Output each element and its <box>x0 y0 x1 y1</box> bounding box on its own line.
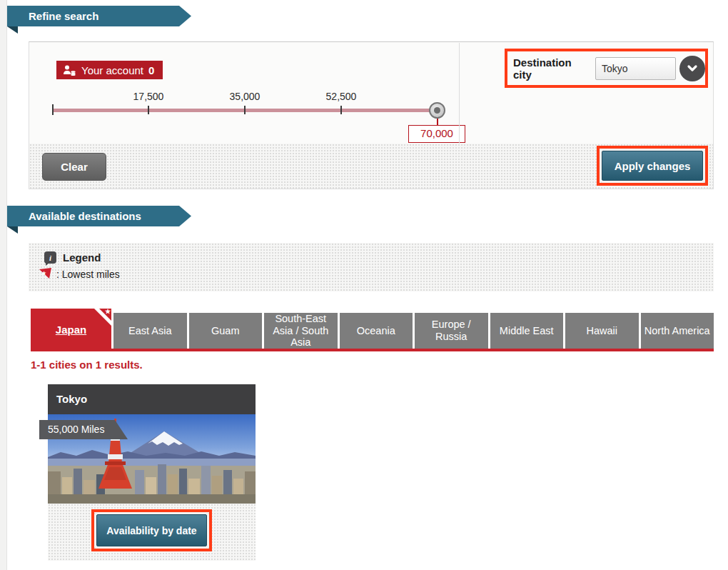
refine-search-panel: Your account 0 17,500 35,000 52,500 70,0… <box>29 41 714 189</box>
slider-tick-2 <box>244 106 246 114</box>
tab-north-america[interactable]: North America <box>641 313 714 349</box>
tab-oceania-label: Oceania <box>357 325 395 337</box>
miles-slider-handle[interactable] <box>429 102 445 119</box>
destination-city-input[interactable] <box>595 57 676 80</box>
destination-city-label: Destination city <box>513 56 587 81</box>
lowest-miles-flag-icon: ★ <box>39 268 52 280</box>
tab-east-asia[interactable]: East Asia <box>113 313 187 349</box>
slider-tick-label-2: 35,000 <box>223 91 266 102</box>
tab-guam-label: Guam <box>211 325 240 337</box>
tab-east-asia-label: East Asia <box>128 325 171 337</box>
your-account-count: 0 <box>148 64 154 76</box>
apply-changes-highlight-box: Apply changes <box>597 146 708 186</box>
legend-lowest-row: ★ : Lowest miles <box>39 268 120 280</box>
clear-button[interactable]: Clear <box>42 153 106 181</box>
tab-japan[interactable]: Japan ★ <box>31 309 111 351</box>
tab-hawaii[interactable]: Hawaii <box>565 313 639 349</box>
tab-guam[interactable]: Guam <box>189 313 263 349</box>
your-account-button[interactable]: Your account 0 <box>56 61 163 79</box>
destination-dropdown-button[interactable] <box>679 56 705 81</box>
ribbon-fold-decoration <box>7 26 18 34</box>
available-destinations-header: Available destinations <box>7 206 191 226</box>
tab-oceania[interactable]: Oceania <box>340 313 413 349</box>
slider-tick-label-1: 17,500 <box>127 91 170 102</box>
lowest-miles-star-icon: ★ <box>105 308 111 315</box>
tab-middle-east-label: Middle East <box>500 325 554 337</box>
miles-slider-track[interactable] <box>53 109 438 112</box>
tab-north-america-label: North America <box>644 325 710 337</box>
tab-europe-russia-label: Europe / Russia <box>416 319 487 342</box>
tab-japan-label: Japan <box>56 324 86 336</box>
page-left-gutter <box>0 0 7 570</box>
refine-search-title: Refine search <box>29 10 98 22</box>
refine-search-header: Refine search <box>7 6 191 26</box>
account-person-coins-icon <box>63 65 76 76</box>
refine-actions-bar: Clear Apply changes <box>29 144 713 189</box>
results-summary: 1-1 cities on 1 results. <box>31 359 143 371</box>
panel-divider <box>459 43 460 144</box>
legend-box: i Legend ★ : Lowest miles <box>29 243 714 291</box>
tab-middle-east[interactable]: Middle East <box>490 313 564 349</box>
legend-title-row: i Legend <box>44 251 101 264</box>
tab-hawaii-label: Hawaii <box>586 325 617 337</box>
your-account-label: Your account <box>81 64 143 76</box>
card-city-title: Tokyo <box>48 384 256 414</box>
region-tabs: Japan ★ East Asia Guam South-East Asia /… <box>31 309 714 351</box>
apply-changes-button[interactable]: Apply changes <box>602 151 703 181</box>
slider-value-box: 70,000 <box>408 125 465 143</box>
availability-highlight-box: Availability by date <box>91 509 212 551</box>
tab-south-east-asia-label: South-East Asia / South Asia <box>266 313 336 349</box>
legend-title: Legend <box>63 251 101 264</box>
miles-ribbon: 55,000 Miles <box>39 420 128 439</box>
tab-europe-russia[interactable]: Europe / Russia <box>415 313 488 349</box>
tabs-underline <box>31 349 714 351</box>
tokyo-city-photo: 55,000 Miles <box>48 414 256 504</box>
slider-end-tick <box>52 104 54 115</box>
available-destinations-title: Available destinations <box>29 210 141 222</box>
card-footer: Availability by date <box>48 504 256 561</box>
slider-tick-label-3: 52,500 <box>320 91 363 102</box>
legend-lowest-label: : Lowest miles <box>56 269 120 280</box>
slider-tick-3 <box>340 106 342 114</box>
slider-tick-1 <box>148 106 149 114</box>
ribbon-fold-decoration <box>7 226 18 234</box>
info-icon: i <box>44 251 56 264</box>
award-search-page: Refine search Your account 0 17,500 35,0… <box>0 0 728 570</box>
chevron-down-icon <box>687 64 698 73</box>
destination-card-tokyo: Tokyo 55,000 Miles <box>48 384 256 561</box>
svg-text:★: ★ <box>41 270 46 276</box>
destination-city-highlight-box: Destination city <box>505 49 708 88</box>
availability-by-date-button[interactable]: Availability by date <box>96 514 207 546</box>
tab-south-east-asia[interactable]: South-East Asia / South Asia <box>264 313 338 349</box>
